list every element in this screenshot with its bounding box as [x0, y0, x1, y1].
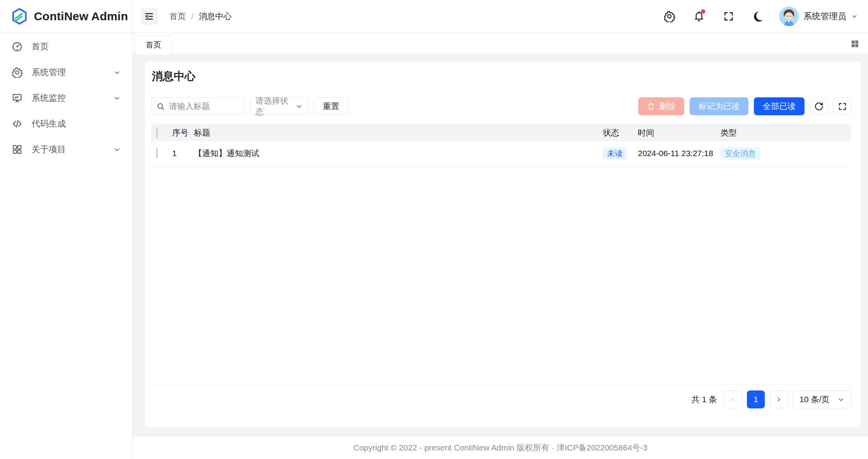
sidebar-item-code-generation[interactable]: 代码生成 — [5, 113, 128, 135]
page-size-value: 10 条/页 — [799, 394, 829, 405]
app-title: ContiNew Admin — [34, 10, 128, 23]
expand-icon — [838, 102, 847, 111]
sidebar-item-label: 关于项目 — [32, 144, 66, 155]
chevron-down-icon — [113, 146, 121, 153]
status-select[interactable]: 请选择状态 — [250, 97, 308, 115]
refresh-button[interactable] — [810, 97, 828, 115]
pagination-total: 共 1 条 — [692, 394, 717, 405]
gear-icon — [664, 11, 675, 22]
chevron-down-icon — [837, 396, 845, 403]
chevron-down-icon — [113, 69, 121, 76]
refresh-icon — [814, 102, 824, 111]
fullscreen-button[interactable] — [720, 8, 737, 25]
table-row: 1 【通知】通知测试 未读 2024-06-11 23:27:18 安全消息 — [151, 141, 851, 166]
user-name: 系统管理员 — [803, 11, 846, 22]
sidebar-item-label: 系统监控 — [32, 92, 66, 104]
avatar-image — [779, 7, 799, 26]
sidebar-item-label: 系统管理 — [32, 67, 66, 78]
sidebar-collapse-button[interactable] — [141, 8, 158, 25]
chevron-down-icon — [296, 103, 303, 110]
toolbar: 请选择状态 重置 删除 标记为已读 全部已读 — [151, 97, 851, 115]
table-fullscreen-button[interactable] — [833, 97, 851, 115]
body-row: 首页 系统管理 系统监控 代码生成 关于项目 — [0, 33, 868, 459]
chevron-down-icon — [851, 13, 858, 20]
reset-button[interactable]: 重置 — [314, 97, 348, 115]
tab-home[interactable]: 首页 — [135, 35, 172, 55]
dashboard-icon — [12, 41, 23, 52]
logo-hexagon-icon — [11, 7, 28, 25]
moon-icon — [752, 11, 764, 22]
breadcrumb: 首页 / 消息中心 — [169, 11, 232, 22]
sidebar-item-home[interactable]: 首页 — [5, 35, 128, 58]
next-page-button[interactable] — [770, 390, 788, 408]
page-title: 消息中心 — [152, 69, 851, 83]
row-index: 1 — [171, 141, 192, 166]
column-header-type: 类型 — [719, 124, 851, 141]
header-main: 首页 / 消息中心 — [133, 0, 868, 33]
select-all-checkbox[interactable] — [156, 127, 158, 138]
breadcrumb-current: 消息中心 — [199, 11, 232, 22]
notification-dot — [701, 9, 705, 14]
message-center-card: 消息中心 请选择状态 重置 — [145, 62, 861, 427]
user-menu[interactable]: 系统管理员 — [779, 7, 858, 26]
row-checkbox[interactable] — [156, 148, 158, 158]
chevron-left-icon — [729, 396, 736, 403]
delete-button-label: 删除 — [659, 101, 676, 112]
sidebar-item-system-management[interactable]: 系统管理 — [5, 61, 128, 84]
messages-table: 序号 标题 状态 时间 类型 1 — [151, 124, 851, 384]
apps-icon — [12, 144, 23, 155]
column-header-status: 状态 — [601, 124, 636, 141]
table-header-row: 序号 标题 状态 时间 类型 — [151, 124, 851, 141]
avatar — [779, 7, 799, 26]
main-area: 首页 消息中心 请选择状态 — [133, 33, 868, 459]
page-number-button[interactable]: 1 — [747, 390, 765, 408]
menu-fold-icon — [144, 11, 154, 21]
header: ContiNew Admin 首页 / 消息中心 — [0, 0, 868, 33]
mark-as-read-button[interactable]: 标记为已读 — [690, 97, 748, 115]
breadcrumb-home[interactable]: 首页 — [169, 11, 186, 22]
chevron-down-icon — [113, 95, 121, 102]
tab-bar: 首页 — [133, 33, 868, 55]
sidebar-item-label: 首页 — [32, 41, 49, 53]
app-window: ContiNew Admin 首页 / 消息中心 — [0, 0, 868, 459]
sidebar-item-system-monitor[interactable]: 系统监控 — [5, 87, 128, 109]
settings-button[interactable] — [661, 8, 678, 25]
content-area: 消息中心 请选择状态 重置 — [133, 55, 868, 436]
previous-page-button[interactable] — [724, 390, 742, 408]
gear-icon — [12, 67, 23, 78]
row-time: 2024-06-11 23:27:18 — [636, 141, 719, 166]
sidebar: 首页 系统管理 系统监控 代码生成 关于项目 — [0, 33, 133, 459]
sidebar-item-label: 代码生成 — [32, 118, 66, 130]
tab-bar-menu-button[interactable] — [850, 39, 859, 48]
column-header-time: 时间 — [636, 124, 719, 141]
footer: Copyright © 2022 - present ContiNew Admi… — [133, 436, 868, 459]
breadcrumb-separator: / — [191, 12, 194, 21]
column-header-title: 标题 — [192, 124, 601, 141]
header-actions: 系统管理员 — [661, 7, 858, 26]
search-icon — [156, 102, 165, 111]
copyright-text: Copyright © 2022 - present ContiNew Admi… — [353, 442, 647, 453]
sidebar-item-about-project[interactable]: 关于项目 — [5, 138, 128, 161]
page-size-select[interactable]: 10 条/页 — [793, 390, 851, 408]
trash-icon — [647, 102, 655, 111]
title-search-input[interactable] — [169, 102, 239, 111]
app-logo[interactable]: ContiNew Admin — [0, 0, 133, 33]
chevron-right-icon — [775, 396, 782, 403]
row-title: 【通知】通知测试 — [192, 141, 601, 166]
title-search-box — [151, 97, 245, 115]
grid-icon — [850, 39, 859, 48]
delete-button[interactable]: 删除 — [638, 97, 684, 115]
monitor-icon — [12, 93, 23, 104]
status-select-placeholder: 请选择状态 — [255, 95, 296, 117]
fullscreen-icon — [723, 11, 734, 22]
column-header-index: 序号 — [171, 124, 192, 141]
read-all-button[interactable]: 全部已读 — [754, 97, 805, 115]
toolbar-actions: 删除 标记为已读 全部已读 — [638, 97, 851, 115]
notifications-button[interactable] — [690, 8, 708, 25]
code-icon — [12, 118, 23, 129]
type-badge: 安全消息 — [720, 147, 760, 160]
status-badge: 未读 — [603, 147, 627, 160]
dark-mode-button[interactable] — [750, 8, 767, 25]
pagination: 共 1 条 1 10 条/页 — [151, 390, 851, 408]
tab-label: 首页 — [146, 40, 161, 50]
